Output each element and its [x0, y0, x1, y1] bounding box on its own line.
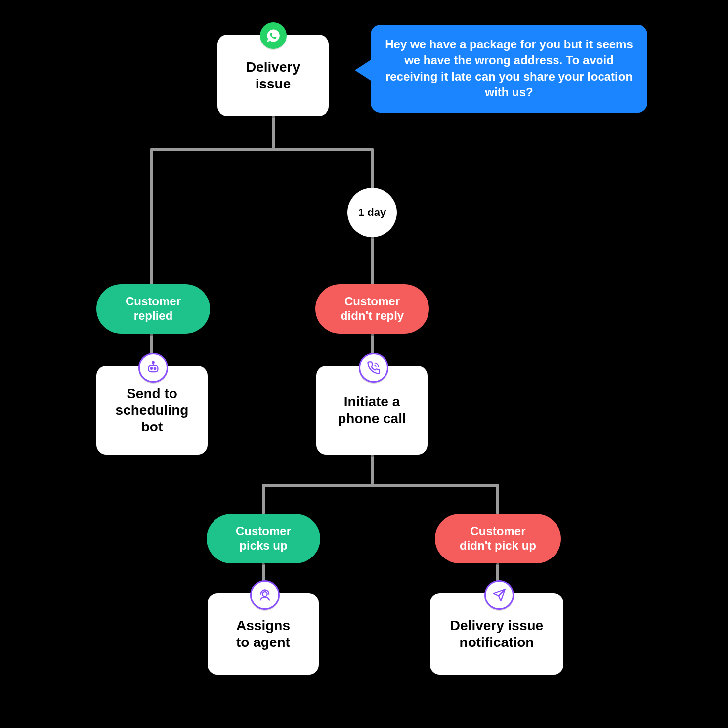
whatsapp-icon — [260, 22, 287, 49]
svg-point-5 — [262, 592, 267, 596]
connector — [262, 484, 499, 487]
decision-picks-up-label: Customerpicks up — [236, 524, 291, 553]
action-delivery-notification-label: Delivery issuenotification — [450, 617, 543, 650]
root-card-label: Deliveryissue — [246, 59, 300, 92]
svg-point-1 — [151, 368, 152, 369]
decision-no-pickup: Customerdidn't pick up — [435, 514, 561, 563]
connector — [150, 148, 374, 151]
connector — [272, 114, 275, 148]
decision-no-pickup-label: Customerdidn't pick up — [460, 524, 536, 553]
message-bubble: Hey we have a package for you but it see… — [371, 25, 647, 113]
wait-circle: 1 day — [347, 188, 397, 237]
message-bubble-text: Hey we have a package for you but it see… — [385, 38, 633, 99]
decision-replied: Customerreplied — [96, 284, 210, 334]
connector — [496, 484, 499, 514]
decision-replied-label: Customerreplied — [126, 295, 181, 323]
action-assign-agent-label: Assignsto agent — [236, 617, 290, 650]
svg-point-4 — [152, 362, 154, 364]
decision-picks-up: Customerpicks up — [207, 514, 320, 563]
connector — [262, 484, 265, 514]
action-scheduling-bot-label: Send toschedulingbot — [116, 385, 189, 435]
svg-rect-0 — [149, 365, 158, 372]
decision-no-reply: Customerdidn't reply — [315, 284, 429, 334]
bot-icon — [138, 353, 168, 383]
bubble-tail — [355, 59, 372, 81]
send-icon — [484, 580, 514, 610]
decision-no-reply-label: Customerdidn't reply — [341, 295, 404, 323]
connector — [371, 455, 374, 484]
action-phone-call-label: Initiate aphone call — [338, 393, 406, 427]
phone-icon — [359, 353, 388, 383]
connector — [150, 148, 153, 287]
svg-point-2 — [154, 368, 156, 369]
flow-diagram: Deliveryissue Hey we have a package for … — [0, 0, 728, 728]
wait-circle-label: 1 day — [358, 206, 386, 219]
agent-icon — [250, 580, 280, 610]
